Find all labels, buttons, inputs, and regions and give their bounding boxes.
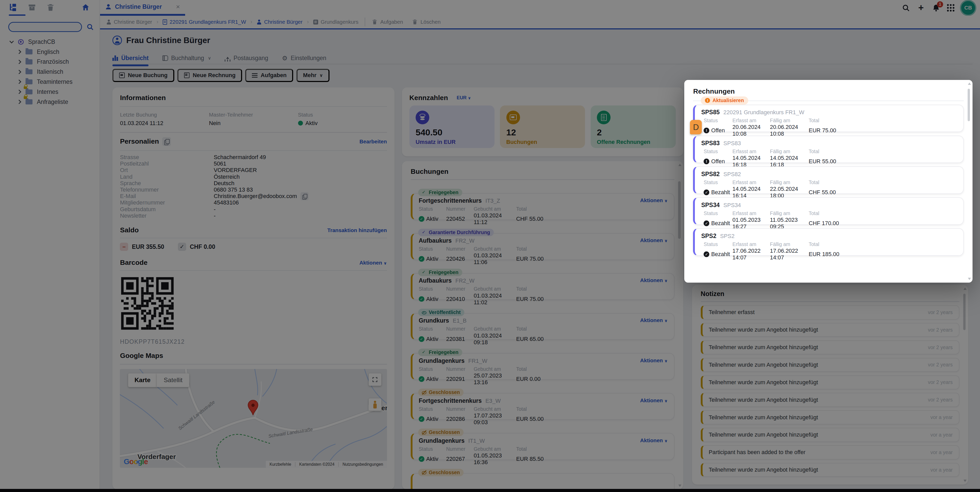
invoice-total: EUR 75.00	[809, 127, 846, 134]
invoice-due: 22.05.2024 18:00	[770, 186, 808, 199]
invoice-id: SPS82	[701, 171, 720, 178]
invoice-id: SPS85	[701, 109, 720, 116]
invoice-values: ✓ Bezahlt 17.06.2022 14:07 17.06.2022 14…	[703, 248, 846, 261]
invoice-ref: SPS2	[720, 233, 735, 240]
scrollbar-thumb	[967, 89, 970, 121]
invoice-values: ✓ Bezahlt 14.05.2024 16:14 22.05.2024 18…	[703, 186, 846, 199]
invoice-id: SPS83	[701, 140, 720, 147]
invoice-card: SPS82 SPS82 Status Erfasst am Fällig am …	[693, 166, 964, 194]
invoice-card: SPS2 SPS2 Status Erfasst am Fällig am To…	[693, 228, 964, 256]
invoice-status-icon: ✓	[703, 189, 709, 195]
collaborator-cursor-d: D	[690, 120, 702, 134]
invoice-created: 14.05.2024 16:14	[732, 186, 770, 199]
invoice-status-icon: !	[703, 159, 709, 164]
invoice-item: SPS2 SPS2 Status Erfasst am Fällig am To…	[693, 228, 964, 256]
invoice-columns: Status Erfasst am Fällig am Total	[703, 118, 846, 124]
invoice-id: SPS2	[701, 232, 716, 240]
scroll-down-arrow	[968, 278, 971, 280]
invoice-card: SPS85 220291 Grundlagenkurs FR1_W Status…	[693, 105, 964, 132]
invoice-item: SPS83 SPS83 Status Erfasst am Fällig am …	[693, 135, 964, 163]
invoice-item: SPS82 SPS82 Status Erfasst am Fällig am …	[693, 166, 964, 194]
invoice-ref: SPS34	[724, 202, 741, 209]
invoice-card: SPS83 SPS83 Status Erfasst am Fällig am …	[693, 135, 964, 163]
invoice-status-icon: ✓	[703, 220, 709, 226]
invoice-status-icon: ✓	[703, 252, 709, 257]
scroll-up-arrow	[968, 83, 971, 85]
invoice-item: SPS34 SPS34 Status Erfasst am Fällig am …	[693, 197, 964, 225]
exclamation-icon: !	[705, 98, 710, 103]
aktualisieren-badge: ! Aktualisieren	[701, 96, 748, 105]
invoice-ref: SPS83	[724, 140, 741, 147]
invoice-created: 17.06.2022 14:07	[732, 248, 770, 261]
invoice-created: 20.06.2024 10:08	[732, 124, 770, 137]
rechnungen-panel: Rechnungen D ! Aktualisieren SPS85 22029…	[684, 80, 972, 282]
window-bottom-edge	[0, 489, 980, 492]
invoice-id: SPS34	[701, 202, 720, 209]
invoice-due: 17.06.2022 14:07	[770, 248, 808, 261]
invoice-status-icon: !	[703, 127, 709, 133]
invoice-total: EUR 185.00	[809, 251, 846, 258]
invoice-ref: SPS82	[724, 171, 741, 178]
invoice-ref: 220291 Grundlagenkurs FR1_W	[724, 109, 804, 116]
invoice-due: 20.06.2024 10:08	[770, 124, 808, 137]
invoice-created: 14.05.2024 16:18	[732, 155, 770, 168]
invoice-due: 11.05.2023 09:25	[770, 217, 808, 230]
rechnungen-scrollbar[interactable]	[967, 83, 971, 280]
invoice-card: SPS34 SPS34 Status Erfasst am Fällig am …	[693, 197, 964, 225]
rechnungen-title: Rechnungen	[693, 88, 964, 96]
invoice-values: ✓ Bezahlt 01.05.2023 16:27 11.05.2023 09…	[703, 217, 846, 230]
invoice-values: ! Offen 20.06.2024 10:08 20.06.2024 10:0…	[703, 124, 846, 137]
invoice-total: CHF 170.00	[809, 220, 846, 227]
invoice-created: 01.05.2023 16:27	[732, 217, 770, 230]
invoice-total: CHF 55.00	[809, 189, 846, 196]
invoice-due: 14.05.2024 16:18	[770, 155, 808, 168]
invoice-total: EUR 55.00	[809, 158, 846, 165]
invoice-columns: Status Erfasst am Fällig am Total	[703, 180, 846, 185]
invoice-columns: Status Erfasst am Fällig am Total	[703, 210, 846, 217]
app-window: Christine Bürger × + 1 CB › Christine Bü…	[0, 0, 980, 492]
invoice-columns: Status Erfasst am Fällig am Total	[703, 148, 846, 154]
invoice-item: ! Aktualisieren SPS85 220291 Grundlagenk…	[693, 105, 964, 132]
invoice-columns: Status Erfasst am Fällig am Total	[703, 241, 846, 247]
invoice-values: ! Offen 14.05.2024 16:18 14.05.2024 16:1…	[703, 155, 846, 168]
